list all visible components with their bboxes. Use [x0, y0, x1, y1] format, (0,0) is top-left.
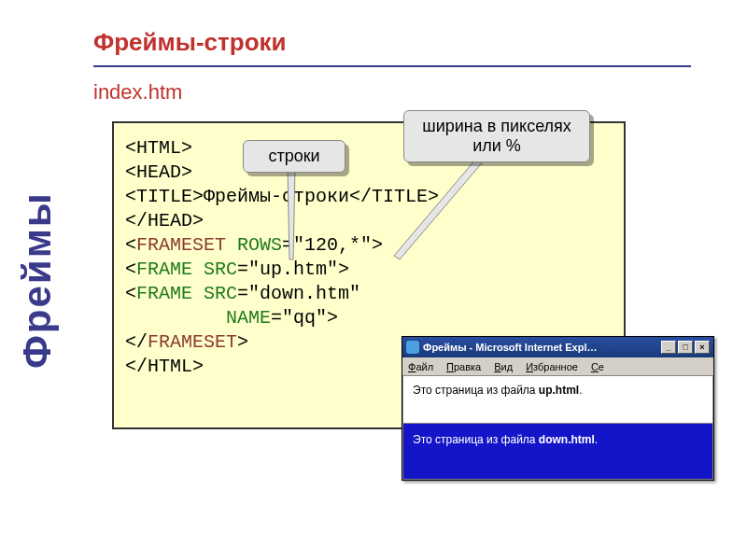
browser-window: Фреймы - Microsoft Internet Expl… _ □ × … [402, 336, 714, 481]
title-rule [93, 65, 691, 67]
browser-titlebar: Фреймы - Microsoft Internet Expl… _ □ × [402, 337, 713, 357]
code-line: <FRAMESET ROWS="120,*"> [125, 233, 613, 258]
maximize-button[interactable]: □ [678, 341, 693, 354]
menu-view[interactable]: Вид [494, 361, 513, 372]
browser-title: Фреймы - Microsoft Internet Expl… [423, 342, 661, 353]
slide-subtitle: index.htm [93, 80, 182, 105]
code-line: <FRAME SRC="down.htm" [125, 282, 613, 306]
slide-title: Фреймы-строки [93, 28, 287, 57]
callout-rows: строки [243, 140, 345, 173]
menu-edit[interactable]: Правка [446, 361, 481, 372]
menu-favorites[interactable]: Избранное [526, 361, 578, 372]
code-line: <FRAME SRC="up.htm"> [125, 258, 613, 282]
code-line: <TITLE>Фреймы-строки</TITLE> [125, 185, 613, 209]
menu-file[interactable]: Файл [408, 361, 433, 372]
callout-width: ширина в пикселях или % [403, 110, 590, 162]
sidebar-label: Фреймы [9, 140, 65, 420]
minimize-button[interactable]: _ [661, 341, 676, 354]
code-line: </HEAD> [125, 209, 613, 233]
code-line: <HEAD> [125, 161, 613, 185]
frame-bottom: Это страница из файла down.html. [402, 424, 713, 480]
browser-content: Это страница из файла up.html. Это стран… [402, 376, 713, 480]
browser-menubar: Файл Правка Вид Избранное Се [402, 357, 713, 376]
frame-top: Это страница из файла up.html. [402, 376, 713, 424]
ie-icon [406, 341, 419, 354]
code-line: NAME="qq"> [125, 306, 613, 330]
close-button[interactable]: × [695, 341, 710, 354]
menu-more[interactable]: Се [591, 361, 604, 372]
